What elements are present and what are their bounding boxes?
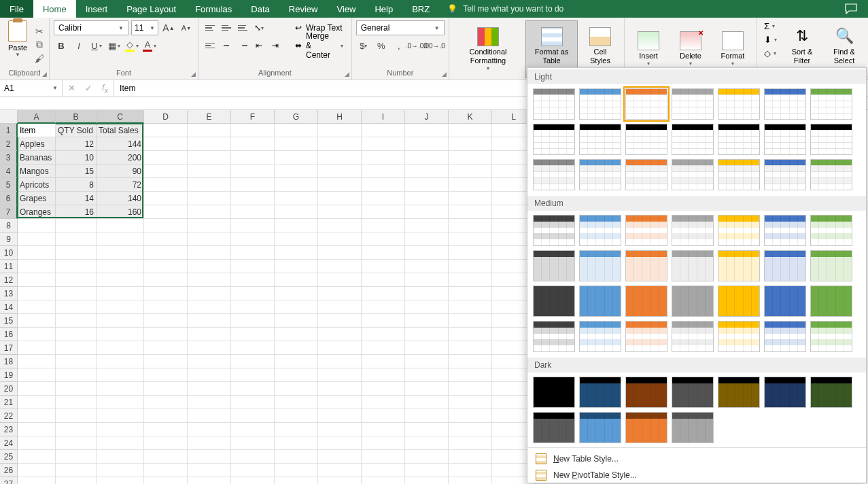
cell[interactable]: 140 <box>97 192 144 205</box>
cell[interactable] <box>144 287 188 300</box>
cell[interactable] <box>97 232 144 246</box>
cell[interactable]: Bananas <box>18 151 56 165</box>
table-style-option[interactable] <box>625 250 667 281</box>
decrease-font-icon[interactable]: A▼ <box>179 20 194 35</box>
cell[interactable] <box>362 464 405 477</box>
cell[interactable] <box>405 450 449 464</box>
cell[interactable] <box>362 192 405 205</box>
col-header[interactable]: E <box>188 110 231 124</box>
cell[interactable] <box>188 205 231 219</box>
cell[interactable] <box>18 464 56 477</box>
col-header[interactable]: D <box>144 110 188 124</box>
italic-button[interactable]: I <box>71 38 86 53</box>
cell[interactable] <box>405 232 449 246</box>
col-header[interactable]: F <box>231 110 275 124</box>
cell[interactable] <box>449 450 492 464</box>
cell[interactable] <box>275 192 318 205</box>
tab-formulas[interactable]: Formulas <box>186 0 241 18</box>
font-name-select[interactable]: Calibri▼ <box>54 20 128 35</box>
table-style-option[interactable] <box>672 321 714 352</box>
cell[interactable] <box>275 287 318 300</box>
new-pivottable-style-button[interactable]: New PivotTable Style... <box>527 467 866 483</box>
cell[interactable] <box>231 287 275 300</box>
table-style-option[interactable] <box>810 215 852 246</box>
cell[interactable]: 90 <box>97 165 144 178</box>
cell[interactable] <box>56 382 97 396</box>
cell[interactable] <box>231 246 275 260</box>
table-style-option[interactable] <box>579 159 621 190</box>
cell[interactable] <box>97 273 144 287</box>
cell[interactable] <box>405 192 449 205</box>
cell[interactable] <box>188 192 231 205</box>
cell[interactable] <box>97 436 144 450</box>
cut-icon[interactable]: ✂ <box>34 26 45 37</box>
cell[interactable] <box>318 205 362 219</box>
cell[interactable] <box>318 260 362 273</box>
cell[interactable] <box>405 409 449 423</box>
col-header[interactable]: I <box>362 110 405 124</box>
cell[interactable] <box>275 219 318 232</box>
cell[interactable] <box>18 368 56 382</box>
table-style-option[interactable] <box>764 215 806 246</box>
tab-insert[interactable]: Insert <box>76 0 118 18</box>
cell[interactable] <box>318 314 362 328</box>
cell[interactable] <box>362 287 405 300</box>
cell[interactable]: 8 <box>56 178 97 192</box>
row-header[interactable]: 21 <box>0 396 18 409</box>
cell[interactable] <box>144 165 188 178</box>
table-style-option[interactable] <box>579 286 621 317</box>
table-style-option[interactable] <box>672 159 714 190</box>
table-style-option[interactable] <box>579 321 621 352</box>
select-all-corner[interactable] <box>0 110 18 124</box>
col-header[interactable]: C <box>97 110 144 124</box>
table-style-option[interactable] <box>764 124 806 155</box>
cell[interactable] <box>56 477 97 484</box>
cell[interactable] <box>231 382 275 396</box>
cell[interactable] <box>144 232 188 246</box>
cell[interactable] <box>144 423 188 436</box>
cell[interactable] <box>231 219 275 232</box>
cell[interactable] <box>449 355 492 368</box>
cell[interactable] <box>188 328 231 341</box>
cell[interactable]: 144 <box>97 137 144 151</box>
cell[interactable] <box>188 232 231 246</box>
cell[interactable] <box>188 368 231 382</box>
cell[interactable] <box>362 382 405 396</box>
enter-formula-icon[interactable]: ✓ <box>85 83 92 93</box>
cell[interactable] <box>362 232 405 246</box>
cell[interactable] <box>144 409 188 423</box>
col-header[interactable]: K <box>449 110 492 124</box>
cell[interactable] <box>275 300 318 314</box>
cell[interactable] <box>231 396 275 409</box>
cell[interactable] <box>231 477 275 484</box>
cell[interactable] <box>97 477 144 484</box>
cell[interactable] <box>188 464 231 477</box>
cell[interactable] <box>56 423 97 436</box>
cell[interactable] <box>405 246 449 260</box>
cell[interactable]: 160 <box>97 205 144 219</box>
row-header[interactable]: 25 <box>0 450 18 464</box>
cell[interactable]: Oranges <box>18 205 56 219</box>
cell[interactable] <box>275 355 318 368</box>
cell[interactable] <box>18 450 56 464</box>
decrease-decimal-icon[interactable]: .00→.0 <box>427 38 442 53</box>
percent-format-icon[interactable]: % <box>374 38 389 53</box>
row-header[interactable]: 23 <box>0 423 18 436</box>
cell[interactable] <box>56 273 97 287</box>
cell[interactable] <box>275 232 318 246</box>
cell[interactable] <box>18 300 56 314</box>
cell[interactable] <box>144 328 188 341</box>
conditional-formatting-button[interactable]: Conditional Formatting▾ <box>453 20 523 78</box>
table-style-option[interactable] <box>625 412 667 443</box>
cell[interactable] <box>144 368 188 382</box>
cell[interactable] <box>449 219 492 232</box>
table-style-option[interactable] <box>672 88 714 120</box>
table-style-option[interactable] <box>810 250 852 281</box>
row-header[interactable]: 26 <box>0 464 18 477</box>
tab-review[interactable]: Review <box>279 0 328 18</box>
dialog-launcher-icon[interactable]: ◢ <box>42 71 47 77</box>
cell[interactable] <box>56 300 97 314</box>
cell[interactable] <box>449 165 492 178</box>
cell[interactable] <box>231 300 275 314</box>
cell[interactable] <box>405 368 449 382</box>
